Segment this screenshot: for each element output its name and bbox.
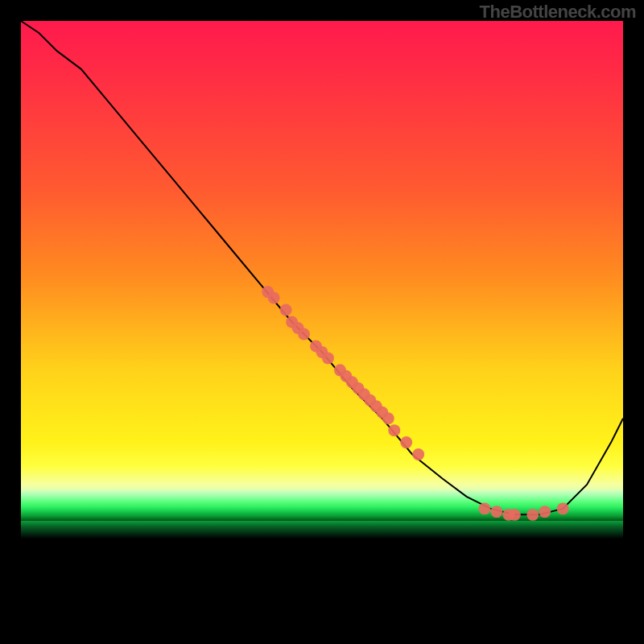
scatter-point [509,509,521,521]
scatter-points [262,286,568,521]
chart-overlay [21,21,623,623]
scatter-point [539,506,551,518]
scatter-point [557,502,569,514]
scatter-point [490,506,502,518]
chart-stage: TheBottleneck.com [0,0,644,644]
scatter-point [388,424,400,436]
scatter-point [268,292,280,304]
scatter-point [382,412,394,424]
scatter-point [400,436,412,448]
scatter-point [280,304,292,316]
scatter-point [322,352,334,364]
scatter-point [298,328,310,340]
curve-line [21,21,623,514]
watermark-text: TheBottleneck.com [480,2,636,23]
scatter-point [412,448,424,460]
scatter-point [526,509,539,521]
scatter-point [478,502,490,514]
